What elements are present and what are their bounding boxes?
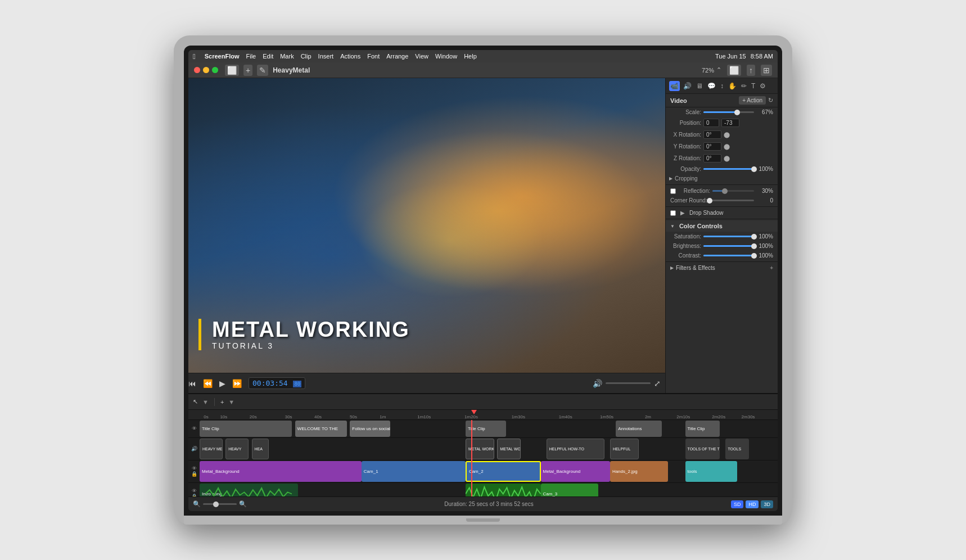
minimize-button[interactable] — [203, 67, 209, 73]
position-y-input[interactable] — [721, 119, 739, 127]
expand-button[interactable]: ⤢ — [654, 379, 661, 388]
volume-slider[interactable] — [606, 382, 651, 384]
rewind-button[interactable]: ⏮ — [188, 379, 196, 388]
reflection-checkbox[interactable] — [670, 188, 676, 194]
menu-item-help[interactable]: Help — [464, 53, 477, 60]
track-eye-btn-video[interactable]: 👁 — [192, 466, 197, 471]
touch-panel-btn[interactable]: ✋ — [727, 81, 738, 91]
color-controls-section[interactable]: ▼ Color Controls — [666, 220, 778, 232]
text-panel-btn[interactable]: T — [750, 81, 756, 91]
track-eye-btn-1[interactable]: 👁 — [192, 426, 197, 431]
refresh-button[interactable]: ↻ — [768, 97, 773, 104]
clip-heavy-1[interactable]: HEAVY METAL — [200, 439, 223, 459]
play-button[interactable]: ▶ — [219, 379, 225, 388]
corner-round-slider[interactable] — [710, 200, 754, 201]
clip-audio-middle[interactable] — [466, 484, 541, 496]
x-rotation-input[interactable] — [703, 130, 721, 139]
add-action-button[interactable]: + Action — [739, 96, 766, 105]
view-btn-2[interactable]: HD — [746, 500, 759, 508]
menu-item-insert[interactable]: Insert — [318, 53, 334, 60]
step-back-button[interactable]: ⏪ — [203, 379, 213, 388]
clip-title-welcome[interactable]: WELCOME TO THE — [295, 421, 347, 437]
brightness-slider[interactable] — [703, 245, 754, 247]
zoom-slider[interactable] — [203, 503, 237, 505]
share-button[interactable]: ↑ — [747, 65, 755, 76]
z-rotation-input[interactable] — [703, 154, 721, 162]
menu-item-mark[interactable]: Mark — [280, 53, 294, 60]
saturation-slider[interactable] — [703, 236, 754, 237]
filters-add-btn[interactable]: + — [770, 265, 773, 271]
position-x-input[interactable] — [703, 119, 719, 127]
menu-item-edit[interactable]: Edit — [263, 53, 273, 60]
menu-item-actions[interactable]: Actions — [340, 53, 360, 60]
menu-item-file[interactable]: File — [246, 53, 256, 60]
view-btn-3[interactable]: 3D — [761, 500, 773, 508]
z-rotation-keyframe-btn[interactable]: ⬤ — [724, 155, 730, 161]
add-clip-select-btn[interactable]: ▼ — [228, 399, 234, 405]
menu-item-window[interactable]: Window — [435, 53, 457, 60]
reflection-slider[interactable] — [712, 190, 754, 192]
opacity-slider[interactable] — [703, 168, 754, 170]
track-lock-btn[interactable]: 🔒 — [191, 472, 197, 477]
new-document-button[interactable]: ⬜ — [225, 65, 239, 76]
video-panel-btn[interactable]: 📹 — [669, 81, 680, 91]
step-forward-button[interactable]: ⏩ — [232, 379, 242, 388]
clip-cam1[interactable]: Cam_1 — [362, 461, 466, 482]
clip-cam3[interactable]: Cam_3 — [541, 484, 599, 496]
audio-panel-btn[interactable]: 🔊 — [682, 81, 693, 91]
clip-cam2[interactable]: Cam_2 — [466, 461, 541, 482]
clip-helpful-2[interactable]: HELPFUL — [610, 439, 639, 459]
zoom-control[interactable]: 72% ⌃ — [702, 66, 721, 74]
pencil-button[interactable]: ✎ — [257, 65, 268, 76]
add-clip-btn[interactable]: + — [220, 399, 224, 405]
crop-button[interactable]: ⬜ — [727, 65, 741, 76]
annotation-panel-btn[interactable]: ✏ — [740, 81, 748, 91]
menu-item-view[interactable]: View — [415, 53, 428, 60]
x-rotation-keyframe-btn[interactable]: ⬤ — [724, 132, 730, 138]
clip-annotations[interactable]: Annotations — [616, 421, 662, 437]
screen-panel-btn[interactable]: 🖥 — [695, 81, 704, 91]
view-btn-1[interactable]: SD — [731, 500, 744, 508]
menu-item-clip[interactable]: Clip — [301, 53, 312, 60]
clip-tools[interactable]: TOOLS OF THE TRADE — [685, 439, 720, 459]
timecode-value: 00:03:54 — [252, 379, 288, 387]
clip-tools-2[interactable]: TOOLS — [725, 439, 748, 459]
track-audio-lock-btn[interactable]: 🔒 — [191, 494, 197, 496]
clip-heavy-3[interactable]: HEA — [252, 439, 269, 459]
clip-helpful-1[interactable]: HELPFUL HOW-TO — [547, 439, 604, 459]
y-rotation-input[interactable] — [703, 142, 721, 151]
clip-tools-video[interactable]: tools — [685, 461, 738, 482]
drop-shadow-checkbox[interactable] — [670, 210, 676, 216]
clip-metal-bg-1[interactable]: Metal_Background — [200, 461, 362, 482]
track-audio-btn[interactable]: 🔊 — [191, 446, 197, 451]
clip-title-3[interactable]: Title Clip — [685, 421, 720, 437]
contrast-slider[interactable] — [703, 255, 754, 256]
motion-panel-btn[interactable]: ↕ — [719, 81, 725, 91]
maximize-button[interactable] — [212, 67, 218, 73]
add-button[interactable]: + — [243, 65, 252, 76]
y-rotation-keyframe-btn[interactable]: ⬤ — [724, 143, 730, 150]
clip-title-1[interactable]: Title Clip — [200, 421, 292, 437]
clip-heavy-2[interactable]: HEAVY — [225, 439, 249, 459]
menu-item-app[interactable]: ScreenFlow — [205, 53, 240, 60]
gear-panel-btn[interactable]: ⚙ — [759, 81, 767, 91]
volume-button[interactable]: 🔊 — [593, 379, 602, 388]
menu-item-font[interactable]: Font — [367, 53, 380, 60]
callout-panel-btn[interactable]: 💬 — [706, 81, 717, 91]
cropping-section[interactable]: ▶ Cropping — [666, 174, 778, 183]
menu-item-arrange[interactable]: Arrange — [386, 53, 408, 60]
track-eye-btn-audio[interactable]: 👁 — [192, 489, 197, 494]
clip-label-metal-bg-2: Metal_Background — [543, 469, 581, 474]
pointer-tool[interactable]: ↖ — [193, 398, 198, 405]
clip-metalworking-2[interactable]: METAL WOR — [497, 439, 520, 459]
zoom-in-btn[interactable]: 🔍 — [239, 500, 247, 508]
clip-metalworking-1[interactable]: METAL WORKING — [466, 439, 494, 459]
clip-metal-bg-2[interactable]: Metal_Background — [541, 461, 610, 482]
tool-select-btn[interactable]: ▼ — [202, 399, 209, 405]
scale-slider[interactable] — [703, 111, 754, 113]
clip-title-follow[interactable]: Follow us on social m — [350, 421, 390, 437]
close-button[interactable] — [194, 67, 200, 73]
clip-hands[interactable]: Hands_2.jpg — [610, 461, 668, 482]
layout-button[interactable]: ⊞ — [761, 65, 772, 76]
zoom-out-btn[interactable]: 🔍 — [193, 500, 201, 508]
